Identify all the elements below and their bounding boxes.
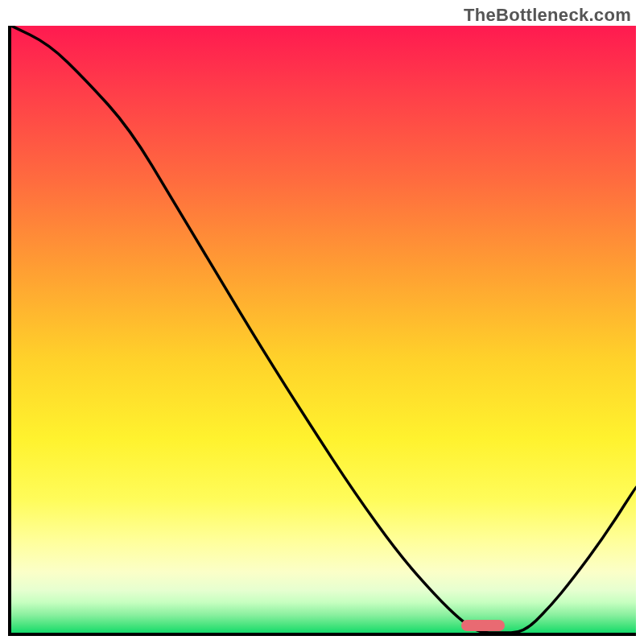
optimum-marker <box>461 620 505 631</box>
chart-container: TheBottleneck.com <box>0 0 644 644</box>
watermark-text: TheBottleneck.com <box>464 5 631 26</box>
plot-area <box>8 26 636 636</box>
gradient-background <box>11 26 636 633</box>
